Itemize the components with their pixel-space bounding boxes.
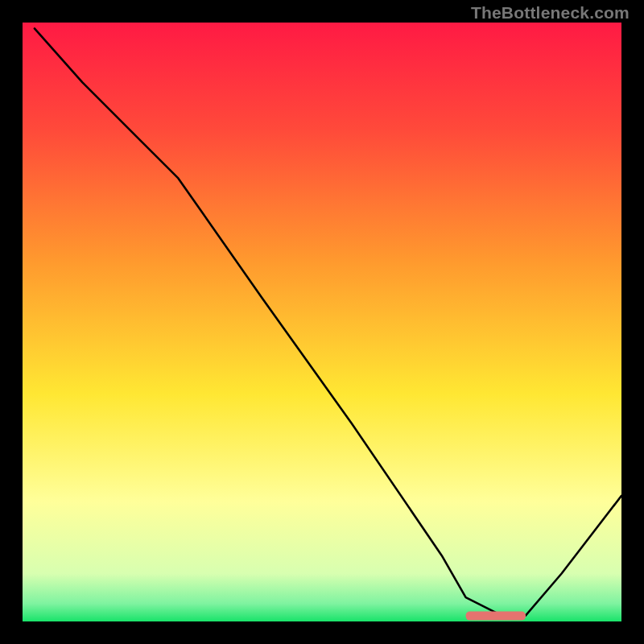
chart-container: TheBottleneck.com xyxy=(0,0,644,644)
chart-svg xyxy=(23,23,621,621)
highlight-marker xyxy=(466,612,526,621)
plot-area xyxy=(23,23,621,621)
plot-frame xyxy=(19,19,625,625)
